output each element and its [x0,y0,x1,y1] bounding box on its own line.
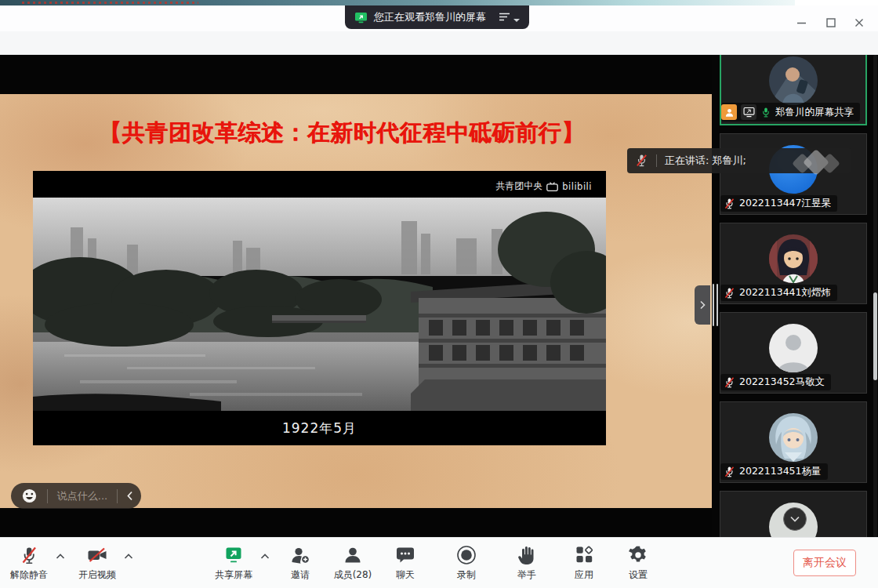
apps-icon [575,544,594,565]
record-button[interactable]: 录制 [441,544,492,582]
speaking-toast-text: 正在讲话: 郑鲁川; [665,154,746,168]
watermark-brand: bilibili [562,181,592,192]
share-screen-button[interactable]: 共享屏幕 [209,544,259,582]
members-label: 成员(28) [334,568,372,582]
sidebar-drag-grip[interactable] [713,284,714,326]
banner-menu-icon[interactable] [499,13,520,22]
mic-options-caret[interactable] [55,552,66,560]
mic-muted-icon [724,466,735,478]
mic-muted-icon [19,544,39,565]
share-screen-label: 共享屏幕 [215,568,252,582]
participant-label: 2022113447江昱杲 [720,195,837,212]
watermark-diamonds [793,150,844,178]
sidebar-drag-grip[interactable] [717,284,718,326]
gear-icon [628,544,648,565]
participant-label: 郑鲁川的屏幕共享 [721,103,860,122]
participant-name: 2022113441刘熠炜 [739,286,831,299]
participant-label: 2022113441刘熠炜 [720,285,837,301]
invite-icon [290,544,311,565]
banner-text: 您正在观看郑鲁川的屏幕 [374,10,486,24]
emoji-icon[interactable] [11,488,47,504]
mic-muted-icon [724,287,735,299]
participants-sidebar: 郑鲁川的屏幕共享 2022113447江昱杲 [712,55,878,537]
raise-hand-button[interactable]: 举手 [502,544,552,582]
presentation-slide: 【共青团改革综述：在新时代征程中砥砺前行】 共青团中央 bilibili [0,94,712,508]
mic-muted-icon [724,198,735,210]
meeting-window: 您正在观看郑鲁川的屏幕 [0,0,878,588]
shared-screen-stage: 【共青团改革综述：在新时代征程中砥砺前行】 共青团中央 bilibili [0,55,712,537]
chevron-right-icon [699,300,706,310]
record-label: 录制 [457,568,476,582]
participant-name: 郑鲁川的屏幕共享 [775,106,854,119]
minimize-button[interactable] [790,13,812,32]
video-options-caret[interactable] [123,552,134,560]
participant-tile[interactable]: 2022113451杨量 [720,401,867,483]
divider [656,154,657,167]
close-button[interactable] [848,13,870,32]
settings-label: 设置 [629,568,648,582]
participant-name: 202213452马敬文 [739,376,825,389]
record-icon [456,544,477,565]
participant-tile[interactable]: 202213452马敬文 [720,312,867,394]
participant-tile-screen-share[interactable]: 郑鲁川的屏幕共享 [720,55,867,125]
camera-off-icon [86,544,108,565]
video-watermark: 共青团中央 bilibili [495,180,592,193]
avatar [769,234,818,283]
chat-bubble-icon [395,544,415,565]
screen-share-badge-icon [741,104,756,120]
banner-share-icon [354,12,368,24]
chat-label: 聊天 [396,568,415,582]
status-bar: 32:08 演讲者视图 [0,31,878,55]
titlebar: 您正在观看郑鲁川的屏幕 [0,5,878,31]
invite-label: 邀请 [291,568,310,582]
chevron-left-icon[interactable] [118,491,141,501]
sidebar-scrollbar-thumb[interactable] [873,292,877,380]
video-frame: 共青团中央 bilibili [33,171,606,445]
participant-label: 2022113451杨量 [720,463,828,480]
watermark-text: 共青团中央 [495,180,542,193]
bottom-toolbar: 解除静音 开启视频 [0,537,878,588]
avatar [769,56,818,105]
video-caption: 1922年5月 [33,419,606,437]
mic-muted-icon [635,154,648,168]
raise-hand-label: 举手 [517,568,536,582]
apps-button[interactable]: 应用 [559,544,609,582]
bilibili-tv-icon [546,182,558,191]
start-video-button[interactable]: 开启视频 [72,544,122,582]
watching-banner[interactable]: 您正在观看郑鲁川的屏幕 [345,5,529,29]
start-video-label: 开启视频 [78,568,116,582]
mic-live-icon [760,107,771,118]
share-screen-icon [223,544,244,565]
avatar [769,413,818,462]
avatar [769,324,818,372]
settings-button[interactable]: 设置 [613,544,663,582]
bw-river-scene [33,198,606,411]
participant-name: 2022113447江昱杲 [739,197,831,210]
maximize-button[interactable] [820,13,842,32]
apps-label: 应用 [575,568,593,582]
chat-button[interactable]: 聊天 [380,544,430,582]
participant-name: 2022113451杨量 [739,465,822,478]
share-options-caret[interactable] [259,552,270,560]
chat-input[interactable]: 说点什么... [48,489,117,503]
invite-button[interactable]: 邀请 [275,544,325,582]
members-button[interactable]: 成员(28) [328,544,378,582]
members-icon [343,544,363,565]
host-badge-icon [721,104,737,120]
desktop-edge-text [22,2,198,4]
slide-title: 【共青团改革综述：在新时代征程中砥砺前行】 [0,118,712,149]
sidebar-collapse-handle[interactable] [695,285,710,325]
participant-label: 202213452马敬文 [720,374,831,390]
unmute-label: 解除静音 [10,568,48,582]
leave-meeting-button[interactable]: 离开会议 [793,550,856,576]
raise-hand-icon [517,544,536,565]
participant-tile[interactable]: 2022113441刘熠炜 [720,223,867,304]
mic-muted-icon [724,376,735,389]
unmute-button[interactable]: 解除静音 [4,544,54,582]
scroll-down-button[interactable] [783,507,807,531]
quick-chat-bar[interactable]: 说点什么... [11,483,141,509]
